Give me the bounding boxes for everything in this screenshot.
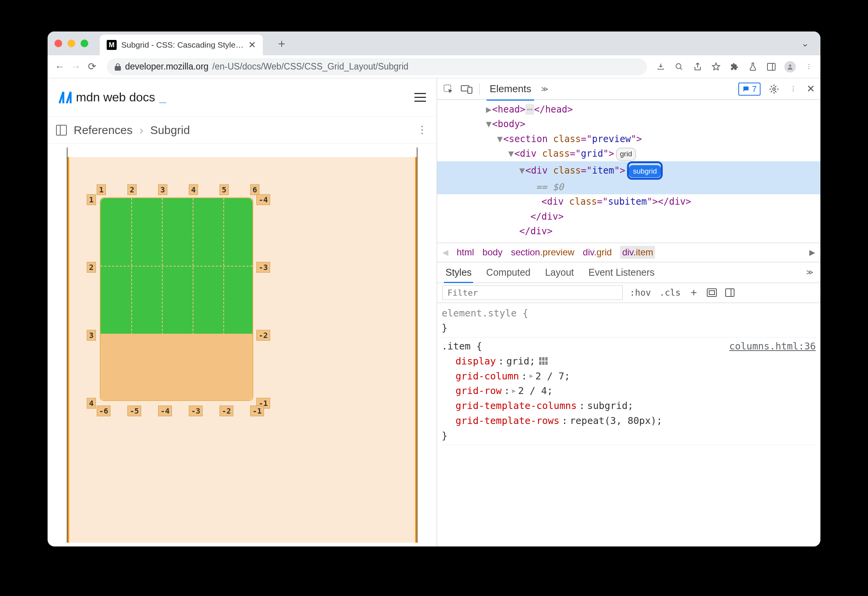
devtools-settings-icon[interactable] <box>768 83 780 95</box>
mdn-header: mdn web docs _ <box>48 78 437 117</box>
lock-icon <box>114 63 121 71</box>
kebab-menu-icon[interactable]: ⋮ <box>804 61 814 72</box>
inspect-element-icon[interactable] <box>442 83 454 95</box>
device-toggle-icon[interactable] <box>461 83 472 95</box>
grid-label-bot-2: -5 <box>127 406 141 416</box>
grid-label-left-4: 4 <box>87 398 96 409</box>
styles-tabs: Styles Computed Layout Event Listeners ≫ <box>437 262 820 283</box>
hov-toggle[interactable]: :hov <box>628 288 652 298</box>
dom-row-close-grid[interactable]: </div> <box>437 224 820 238</box>
styles-filter-row: :hov .cls <box>437 283 820 303</box>
toggle-sidebar-icon[interactable] <box>724 288 736 297</box>
dom-row-body[interactable]: ▼<body> <box>437 117 820 131</box>
zoom-icon[interactable] <box>674 61 685 72</box>
item-style-block[interactable]: .item { columns.html:36 display: grid;gr… <box>442 339 816 445</box>
tab-favicon: M <box>107 40 117 50</box>
styles-filter-input[interactable] <box>442 285 623 300</box>
dom-tree[interactable]: ▶<head>⋯</head> ▼<body> ▼<section class=… <box>437 100 820 243</box>
sidepanel-icon[interactable] <box>766 61 777 72</box>
issues-badge[interactable]: 7 <box>738 83 761 96</box>
style-source-link[interactable]: columns.html:36 <box>729 339 816 354</box>
dom-row-close-item[interactable]: </div> <box>437 209 820 224</box>
profile-icon[interactable] <box>784 61 796 73</box>
url-path: /en-US/docs/Web/CSS/CSS_Grid_Layout/Subg… <box>212 61 408 72</box>
subgrid-badge-highlight[interactable]: subgrid <box>627 161 662 180</box>
sidebar-toggle-icon[interactable] <box>56 125 67 136</box>
grid-badge[interactable]: grid <box>616 148 636 160</box>
computed-styles-icon[interactable] <box>705 288 718 297</box>
breadcrumb-div-grid[interactable]: div.grid <box>583 247 612 258</box>
svg-rect-6 <box>468 87 472 93</box>
styles-tab-eventlisteners[interactable]: Event Listeners <box>587 262 656 283</box>
styles-tabs-overflow-icon[interactable]: ≫ <box>806 268 814 276</box>
breadcrumb-subgrid[interactable]: Subgrid <box>150 124 190 137</box>
install-icon[interactable] <box>655 61 666 72</box>
address-bar[interactable]: developer.mozilla.org/en-US/docs/Web/CSS… <box>107 58 647 75</box>
cls-toggle[interactable]: .cls <box>658 288 682 298</box>
forward-button[interactable]: → <box>70 61 82 73</box>
breadcrumb-scroll-left[interactable]: ◀ <box>442 248 448 257</box>
dom-row-subitem[interactable]: <div class="subitem"></div> <box>437 194 820 209</box>
svg-rect-16 <box>542 361 545 365</box>
minimize-window-button[interactable] <box>68 40 75 47</box>
browser-tab[interactable]: M Subgrid - CSS: Cascading Style… ✕ <box>100 35 263 55</box>
breadcrumb-section[interactable]: section.preview <box>511 247 574 258</box>
grid-label-top-3: 3 <box>158 184 167 195</box>
breadcrumb-menu-icon[interactable]: ⋮ <box>417 124 428 136</box>
dom-row-head[interactable]: ▶<head>⋯</head> <box>437 102 820 117</box>
grid-label-top-2: 2 <box>127 184 137 195</box>
new-tab-button[interactable]: ＋ <box>276 36 287 51</box>
style-declaration[interactable]: grid-column: ▶ 2 / 7; <box>442 369 816 384</box>
devtools-menu-icon[interactable]: ⋮ <box>787 83 799 95</box>
devtools-tabs-overflow-icon[interactable]: ≫ <box>541 85 548 93</box>
breadcrumb-body[interactable]: body <box>482 247 502 258</box>
close-window-button[interactable] <box>54 40 62 47</box>
grid-editor-icon[interactable] <box>539 357 548 366</box>
hamburger-menu-button[interactable] <box>414 93 426 102</box>
maximize-window-button[interactable] <box>81 40 88 47</box>
toolbar-icons: ⋮ <box>655 61 814 73</box>
style-declaration[interactable]: grid-template-rows: repeat(3, 80px); <box>442 414 816 429</box>
mdn-cursor: _ <box>159 90 166 104</box>
traffic-lights <box>54 40 88 47</box>
lab-icon[interactable] <box>748 61 758 72</box>
extension-icon[interactable] <box>729 61 740 72</box>
styles-tab-styles[interactable]: Styles <box>444 262 473 283</box>
dom-row-section[interactable]: ▼<section class="preview"> <box>437 132 820 146</box>
styles-tab-computed[interactable]: Computed <box>485 262 532 283</box>
grid-label-bot-1: -6 <box>97 406 111 416</box>
style-declaration[interactable]: grid-row: ▶ 2 / 4; <box>442 384 816 399</box>
mdn-brand-text: mdn web docs <box>76 90 155 104</box>
dom-row-console-marker: == $0 <box>437 180 820 194</box>
svg-rect-12 <box>539 357 541 361</box>
tabs-overflow-button[interactable]: ⌄ <box>801 38 809 49</box>
element-style-block[interactable]: element.style { } <box>442 306 816 338</box>
grid-label-left-2: 2 <box>87 262 96 273</box>
reload-button[interactable]: ⟳ <box>86 61 98 73</box>
browser-window: M Subgrid - CSS: Cascading Style… ✕ ＋ ⌄ … <box>48 31 820 546</box>
styles-body[interactable]: element.style { } .item { columns.html:3… <box>437 303 820 546</box>
mdn-logo[interactable]: mdn web docs _ <box>58 90 166 105</box>
style-declaration[interactable]: grid-template-columns: subgrid; <box>442 399 816 414</box>
url-domain: developer.mozilla.org <box>125 61 208 72</box>
grid-label-bot-5: -2 <box>219 406 233 416</box>
devtools-close-button[interactable]: ✕ <box>807 83 815 95</box>
grid-label-right-2: -3 <box>256 262 270 273</box>
breadcrumb-div-item[interactable]: div.item <box>620 246 655 259</box>
style-declaration[interactable]: display: grid; <box>442 354 816 369</box>
url-bar: ← → ⟳ developer.mozilla.org/en-US/docs/W… <box>48 55 820 78</box>
dom-row-grid[interactable]: ▼<div class="grid">grid <box>437 146 820 161</box>
example-container: 1 2 3 4 5 6 1 2 3 4 -4 -3 -2 <box>67 147 417 543</box>
breadcrumb-references[interactable]: References <box>74 124 132 137</box>
breadcrumb-html[interactable]: html <box>457 247 474 258</box>
star-icon[interactable] <box>711 61 721 72</box>
styles-tab-layout[interactable]: Layout <box>543 262 575 283</box>
breadcrumb-scroll-right[interactable]: ▶ <box>809 248 815 257</box>
tab-title: Subgrid - CSS: Cascading Style… <box>121 40 244 50</box>
share-icon[interactable] <box>692 61 703 72</box>
tab-close-button[interactable]: ✕ <box>248 40 256 50</box>
devtools-tab-elements[interactable]: Elements <box>487 78 534 99</box>
back-button[interactable]: ← <box>54 61 66 73</box>
new-style-rule-icon[interactable] <box>688 288 700 297</box>
dom-row-item-selected[interactable]: ▼<div class="item">subgrid <box>437 161 820 180</box>
